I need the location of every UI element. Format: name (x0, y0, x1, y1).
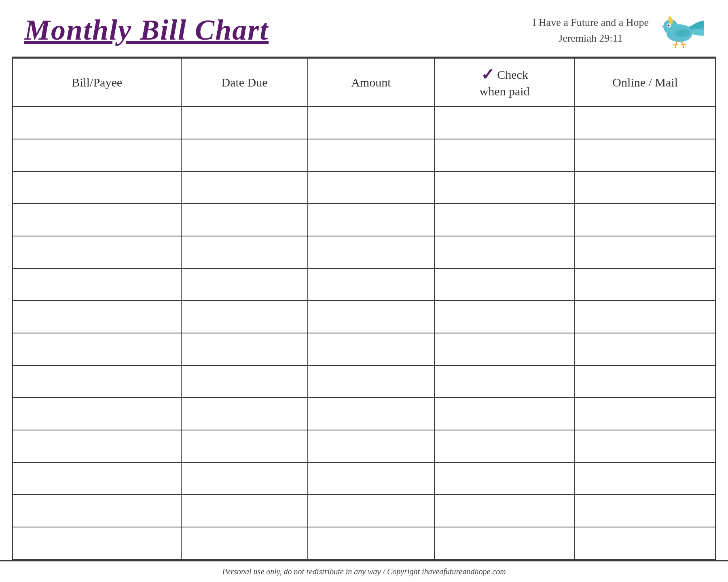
col-date-due: Date Due (181, 58, 308, 107)
table-cell (308, 171, 434, 204)
table-cell (434, 139, 575, 171)
table-cell (181, 139, 308, 171)
table-cell (308, 268, 434, 301)
table-cell (181, 301, 308, 333)
table-cell (575, 204, 715, 236)
table-cell (308, 365, 434, 398)
table-header-row: Bill/Payee Date Due Amount ✓ Check (13, 58, 715, 107)
table-cell (308, 527, 434, 559)
table-cell (308, 236, 434, 268)
table-cell (575, 398, 715, 430)
table-row (13, 268, 715, 301)
table-cell (308, 430, 434, 462)
table-cell (434, 333, 575, 365)
page-title: Monthly Bill Chart (24, 14, 269, 46)
table-body (13, 107, 715, 559)
col-online-mail: Online / Mail (575, 58, 715, 107)
table-row (13, 236, 715, 268)
svg-marker-7 (661, 26, 663, 27)
table-cell (181, 462, 308, 495)
table-cell (308, 204, 434, 236)
table-cell (575, 495, 715, 527)
table-cell (181, 171, 308, 204)
table-cell (575, 527, 715, 559)
table-cell (181, 430, 308, 462)
table-cell (13, 236, 181, 268)
table-cell (13, 430, 181, 462)
table-row (13, 398, 715, 430)
table-cell (13, 495, 181, 527)
table-cell (434, 236, 575, 268)
col-bill-payee: Bill/Payee (13, 58, 181, 107)
table-cell (434, 107, 575, 139)
table-cell (13, 107, 181, 139)
table-cell (434, 301, 575, 333)
table-cell (13, 204, 181, 236)
scripture-line2: Jeremiah 29:11 (533, 30, 649, 46)
table-cell (181, 268, 308, 301)
table-cell (13, 333, 181, 365)
table-cell (181, 495, 308, 527)
table-cell (434, 462, 575, 495)
table-cell (13, 171, 181, 204)
table-cell (308, 462, 434, 495)
table-cell (13, 139, 181, 171)
table-row (13, 430, 715, 462)
table-row (13, 527, 715, 559)
table-cell (575, 268, 715, 301)
table-cell (181, 236, 308, 268)
table-cell (575, 171, 715, 204)
table-cell (575, 365, 715, 398)
table-row (13, 107, 715, 139)
table-row (13, 301, 715, 333)
table-container: Bill/Payee Date Due Amount ✓ Check (0, 58, 728, 560)
table-cell (181, 527, 308, 559)
table-cell (13, 301, 181, 333)
footer-text: Personal use only, do not redistribute i… (222, 567, 506, 576)
checkmark-icon: ✓ (481, 67, 495, 83)
scripture-line1: I Have a Future and a Hope (533, 15, 649, 30)
table-cell (13, 398, 181, 430)
table-cell (434, 268, 575, 301)
table-cell (308, 495, 434, 527)
table-row (13, 171, 715, 204)
table-cell (308, 398, 434, 430)
table-cell (13, 527, 181, 559)
check-label-top: Check (497, 68, 528, 82)
table-cell (181, 365, 308, 398)
table-cell (434, 527, 575, 559)
table-cell (575, 333, 715, 365)
table-row (13, 495, 715, 527)
header-right: I Have a Future and a Hope Jeremiah 29:1… (533, 12, 704, 48)
table-cell (434, 430, 575, 462)
table-cell (181, 204, 308, 236)
table-row (13, 139, 715, 171)
table-cell (434, 204, 575, 236)
table-cell (13, 268, 181, 301)
table-cell (575, 107, 715, 139)
table-cell (575, 301, 715, 333)
col-amount: Amount (308, 58, 434, 107)
table-cell (308, 301, 434, 333)
table-row (13, 462, 715, 495)
header: Monthly Bill Chart I Have a Future and a… (0, 0, 728, 57)
table-cell (181, 333, 308, 365)
col-check-when-paid: ✓ Check when paid (434, 58, 575, 107)
table-cell (308, 139, 434, 171)
title-block: Monthly Bill Chart (24, 14, 269, 46)
bill-chart-table: Bill/Payee Date Due Amount ✓ Check (12, 58, 716, 560)
table-cell (434, 495, 575, 527)
table-cell (575, 139, 715, 171)
table-row (13, 333, 715, 365)
table-cell (575, 236, 715, 268)
table-cell (308, 333, 434, 365)
svg-point-6 (668, 25, 670, 27)
table-cell (434, 365, 575, 398)
table-cell (434, 398, 575, 430)
table-cell (181, 107, 308, 139)
svg-line-17 (684, 44, 686, 45)
table-cell (13, 462, 181, 495)
table-cell (575, 430, 715, 462)
table-row (13, 365, 715, 398)
page-wrapper: Monthly Bill Chart I Have a Future and a… (0, 0, 728, 582)
